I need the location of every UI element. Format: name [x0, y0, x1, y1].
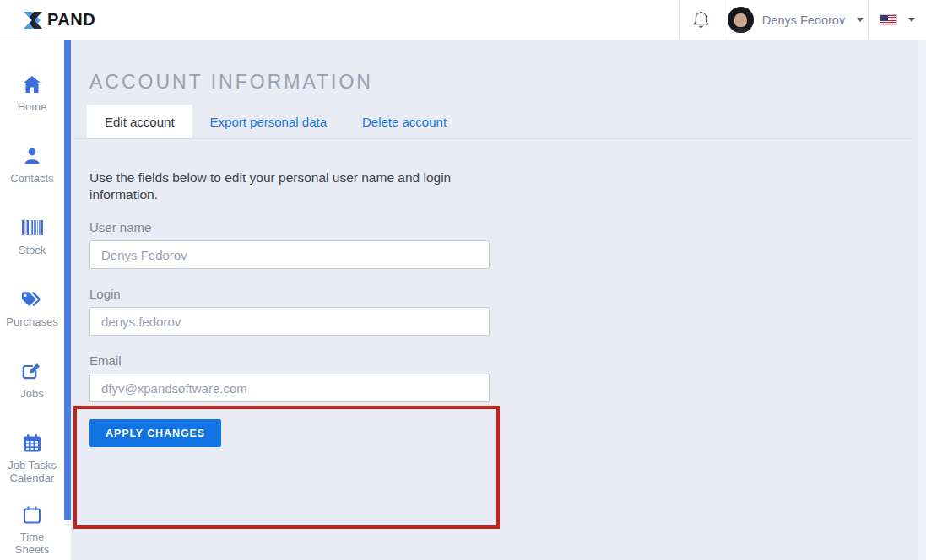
- main-content: ACCOUNT INFORMATION Edit account Export …: [71, 40, 926, 560]
- form-description: Use the fields below to edit your person…: [89, 170, 486, 202]
- login-input[interactable]: [89, 307, 490, 336]
- home-icon: [21, 74, 43, 94]
- sidebar-item-stock[interactable]: Stock: [0, 211, 64, 283]
- sidebar-item-label: Time Sheets: [4, 530, 60, 556]
- sidebar-item-purchases[interactable]: Purchases: [0, 283, 64, 354]
- us-flag-icon: [880, 14, 897, 25]
- chevron-down-icon: [908, 18, 915, 22]
- sidebar-item-label: Contacts: [4, 172, 60, 185]
- calendar-filled-icon: [21, 433, 43, 453]
- xpand-logo-x-icon: [23, 11, 46, 30]
- tags-icon: [21, 289, 43, 310]
- sidebar-accent-strip: [64, 40, 71, 520]
- calendar-outline-icon: [21, 504, 43, 525]
- user-name-input[interactable]: [89, 240, 490, 269]
- login-field-label: Login: [89, 287, 926, 301]
- sidebar-item-job-tasks-calendar[interactable]: Job Tasks Calendar: [0, 426, 64, 498]
- xpand-logo[interactable]: PAND: [23, 10, 95, 30]
- scrollbar[interactable]: [918, 40, 926, 560]
- tab-edit-account[interactable]: Edit account: [87, 105, 192, 138]
- tab-export-personal-data[interactable]: Export personal data: [192, 105, 344, 138]
- sidebar-item-time-sheets[interactable]: Time Sheets: [0, 498, 64, 560]
- language-selector[interactable]: [868, 0, 926, 40]
- sidebar-item-jobs[interactable]: Jobs: [0, 354, 64, 426]
- tab-delete-account[interactable]: Delete account: [344, 105, 464, 138]
- barcode-icon: [21, 218, 43, 238]
- sidebar-nav: Home Contacts: [0, 40, 64, 560]
- top-header: PAND Denys Fedorov: [0, 0, 926, 40]
- user-name-field-label: User name: [89, 220, 926, 234]
- chevron-down-icon: [857, 18, 864, 22]
- edit-icon: [21, 361, 43, 381]
- sidebar-item-label: Stock: [4, 244, 60, 256]
- sidebar-item-label: Purchases: [4, 315, 60, 328]
- sidebar-item-contacts[interactable]: Contacts: [0, 139, 64, 211]
- logo-text: PAND: [47, 10, 95, 30]
- sidebar-item-label: Jobs: [4, 387, 60, 400]
- tab-bar: Edit account Export personal data Delete…: [74, 105, 912, 139]
- apply-changes-button[interactable]: APPLY CHANGES: [89, 419, 221, 447]
- sidebar-item-home[interactable]: Home: [0, 40, 64, 139]
- user-avatar: [728, 7, 754, 33]
- sidebar-item-label: Job Tasks Calendar: [4, 459, 60, 484]
- page-title: ACCOUNT INFORMATION: [89, 71, 926, 94]
- user-name-label: Denys Fedorov: [762, 13, 845, 27]
- email-field-label: Email: [89, 353, 926, 368]
- email-input[interactable]: [89, 374, 490, 402]
- user-menu[interactable]: Denys Fedorov: [723, 0, 868, 40]
- page: PAND Denys Fedorov: [0, 0, 926, 560]
- bell-icon: [692, 10, 710, 30]
- notifications-button[interactable]: [679, 0, 723, 40]
- person-icon: [21, 146, 43, 166]
- sidebar-item-label: Home: [4, 100, 60, 113]
